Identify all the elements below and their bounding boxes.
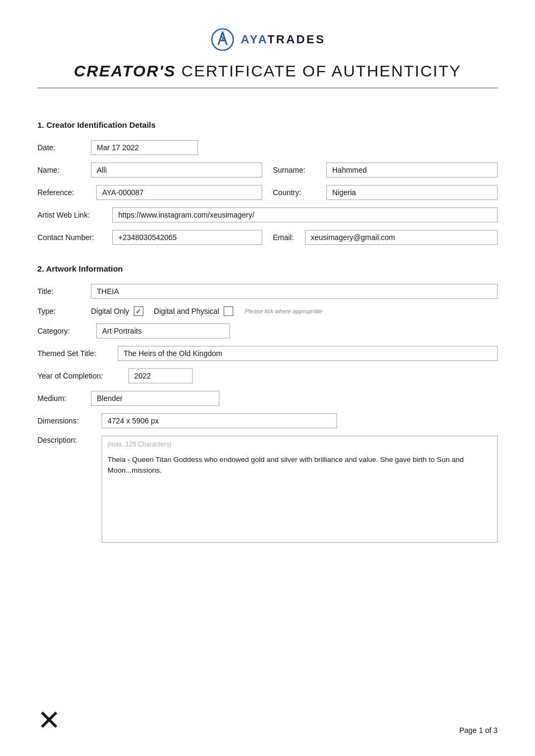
- year-row: Year of Completion: 2022: [37, 368, 498, 383]
- logo-area: AYATRADES: [210, 27, 325, 52]
- description-content: Theia - Queen Titan Goddess who endowed …: [108, 454, 492, 476]
- page-header: AYATRADES CREATOR'S CERTIFICATE OF AUTHE…: [37, 27, 498, 104]
- contact-row: Contact Number: +2348030542065 Email: xe…: [37, 230, 498, 245]
- themed-set-field[interactable]: The Heirs of the Old Kingdom: [118, 346, 498, 361]
- digital-only-checkbox[interactable]: ✓: [134, 306, 143, 316]
- category-row: Category: Art Portraits: [37, 323, 498, 338]
- reference-row: Reference: AYA-000087 Country: Nigeria: [37, 185, 498, 200]
- date-label: Date:: [37, 143, 86, 152]
- page-footer: ✕ Page 1 of 3: [37, 707, 498, 735]
- year-label: Year of Completion:: [37, 372, 123, 380]
- reference-field[interactable]: AYA-000087: [96, 185, 262, 200]
- contact-field[interactable]: +2348030542065: [112, 230, 262, 245]
- page-number: Page 1 of 3: [459, 726, 498, 735]
- x-mark: ✕: [37, 707, 61, 735]
- themed-set-row: Themed Set Title: The Heirs of the Old K…: [37, 346, 498, 361]
- digital-physical-label: Digital and Physical: [154, 307, 219, 315]
- contact-label: Contact Number:: [37, 233, 107, 242]
- medium-field[interactable]: Blender: [91, 391, 219, 406]
- description-field[interactable]: (max. 125 Characters) Theia - Queen Tita…: [102, 436, 498, 543]
- digital-physical-checkbox[interactable]: [224, 306, 233, 316]
- artwork-title-label: Title:: [37, 287, 86, 296]
- artwork-title-field[interactable]: THEIA: [91, 284, 498, 299]
- section2-title: 2. Artwork Information: [37, 264, 498, 273]
- description-placeholder: (max. 125 Characters): [108, 441, 492, 448]
- digital-only-label: Digital Only: [91, 307, 129, 315]
- category-field[interactable]: Art Portraits: [96, 323, 230, 338]
- artist-web-label: Artist Web Link:: [37, 211, 107, 219]
- email-field[interactable]: xeusimagery@gmail.com: [305, 230, 498, 245]
- digital-only-group: Digital Only ✓: [91, 306, 143, 316]
- ayatrades-logo-icon: [210, 27, 235, 52]
- type-label: Type:: [37, 307, 86, 315]
- artwork-title-row: Title: THEIA: [37, 284, 498, 299]
- description-col: (max. 125 Characters) Theia - Queen Tita…: [102, 436, 498, 543]
- dimensions-row: Dimensions: 4724 x 5906 px: [37, 413, 498, 428]
- name-field[interactable]: Alli: [91, 163, 262, 178]
- country-label: Country:: [273, 188, 321, 197]
- certificate-page: AYATRADES CREATOR'S CERTIFICATE OF AUTHE…: [0, 0, 535, 756]
- description-label: Description:: [37, 436, 96, 444]
- digital-physical-group: Digital and Physical: [154, 306, 233, 316]
- description-row: Description: (max. 125 Characters) Theia…: [37, 436, 498, 543]
- themed-set-label: Themed Set Title:: [37, 349, 112, 358]
- medium-row: Medium: Blender: [37, 391, 498, 406]
- dimensions-field[interactable]: 4724 x 5906 px: [102, 413, 337, 428]
- email-label: Email:: [273, 233, 300, 242]
- name-row: Name: Alli Surname: Hahmmed: [37, 163, 498, 178]
- creator-identification-section: 1. Creator Identification Details Date: …: [37, 120, 498, 245]
- surname-label: Surname:: [273, 166, 321, 174]
- reference-label: Reference:: [37, 188, 91, 197]
- section1-title: 1. Creator Identification Details: [37, 120, 498, 129]
- artist-web-row: Artist Web Link: https://www.instagram.c…: [37, 207, 498, 222]
- certificate-title: CREATOR'S CERTIFICATE OF AUTHENTICITY: [74, 62, 461, 80]
- year-field[interactable]: 2022: [128, 368, 193, 383]
- date-field[interactable]: Mar 17 2022: [91, 140, 198, 155]
- type-row: Type: Digital Only ✓ Digital and Physica…: [37, 306, 498, 316]
- category-label: Category:: [37, 327, 91, 335]
- dimensions-label: Dimensions:: [37, 416, 96, 425]
- name-label: Name:: [37, 166, 86, 174]
- title-divider: [37, 88, 498, 88]
- artist-web-field[interactable]: https://www.instagram.com/xeusimagery/: [112, 207, 498, 222]
- country-field[interactable]: Nigeria: [326, 185, 498, 200]
- tick-note: Please tick where appropriate: [245, 308, 323, 314]
- date-row: Date: Mar 17 2022: [37, 140, 498, 155]
- logo-text: AYATRADES: [241, 33, 325, 47]
- artwork-information-section: 2. Artwork Information Title: THEIA Type…: [37, 264, 498, 543]
- surname-field[interactable]: Hahmmed: [326, 163, 498, 178]
- medium-label: Medium:: [37, 394, 86, 403]
